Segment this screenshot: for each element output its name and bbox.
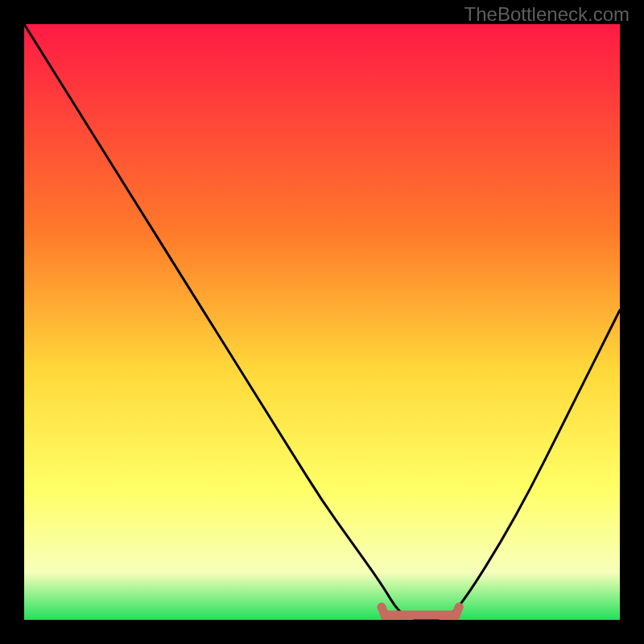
gradient-background [24,24,620,620]
plot-area [24,24,620,620]
watermark-text: TheBottleneck.com [464,3,630,26]
bottleneck-chart [24,24,620,620]
chart-frame: TheBottleneck.com [0,0,644,644]
